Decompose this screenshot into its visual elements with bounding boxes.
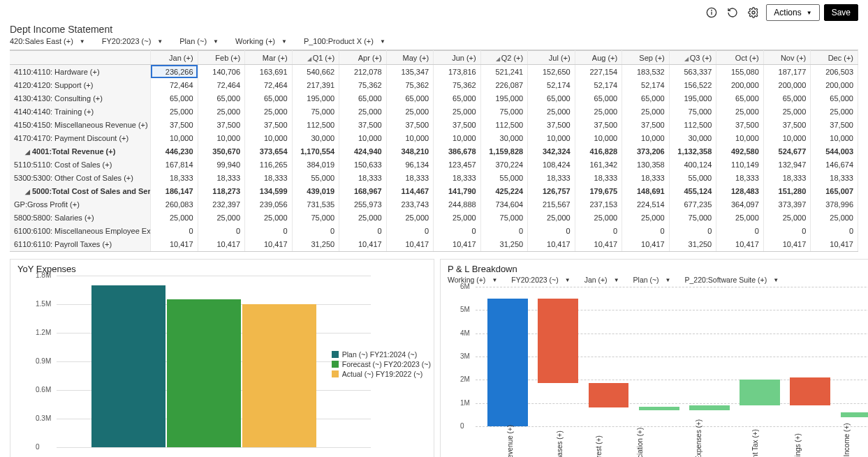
grid-cell[interactable]: 677,235: [669, 197, 716, 211]
grid-cell[interactable]: 425,224: [480, 184, 528, 197]
grid-cell[interactable]: 37,500: [386, 118, 434, 131]
grid-cell[interactable]: 7,500: [151, 250, 198, 252]
grid-cell[interactable]: 183,532: [622, 65, 670, 78]
grid-cell[interactable]: 132,947: [763, 158, 811, 171]
grid-cell[interactable]: 10,000: [245, 131, 293, 144]
grid-cell[interactable]: 25,000: [575, 105, 622, 118]
grid-cell[interactable]: 37,500: [434, 118, 481, 131]
grid-cell[interactable]: 0: [151, 224, 198, 237]
column-header[interactable]: Apr (+): [339, 51, 387, 65]
grid-cell[interactable]: 96,134: [386, 158, 434, 171]
grid-cell[interactable]: 7,500: [763, 250, 811, 252]
grid-cell[interactable]: 1,170,554: [292, 144, 339, 158]
waterfall-bar[interactable]: [538, 299, 578, 384]
grid-cell[interactable]: 0: [339, 224, 387, 237]
grid-cell[interactable]: 55,000: [480, 171, 528, 184]
grid-cell[interactable]: 455,124: [669, 184, 716, 197]
grid-cell[interactable]: 140,706: [198, 65, 245, 78]
grid-cell[interactable]: 65,000: [245, 91, 293, 105]
grid-cell[interactable]: 18,333: [811, 171, 858, 184]
grid-cell[interactable]: 18,333: [622, 171, 670, 184]
grid-cell[interactable]: 37,500: [151, 118, 198, 131]
grid-cell[interactable]: 37,500: [716, 118, 764, 131]
grid-cell[interactable]: 65,000: [434, 91, 481, 105]
grid-cell[interactable]: 112,500: [292, 118, 339, 131]
grid-cell[interactable]: 7,500: [575, 250, 622, 252]
info-icon[interactable]: [703, 4, 720, 21]
grid-cell[interactable]: 123,457: [434, 158, 481, 171]
grid-cell[interactable]: 25,000: [811, 211, 858, 224]
grid-cell[interactable]: 25,000: [528, 105, 575, 118]
grid-cell[interactable]: 215,567: [528, 197, 575, 211]
grid-cell[interactable]: 25,000: [622, 211, 670, 224]
grid-cell[interactable]: 52,174: [622, 78, 670, 91]
grid-cell[interactable]: 25,000: [386, 105, 434, 118]
grid-cell[interactable]: 112,500: [480, 118, 528, 131]
grid-cell[interactable]: 72,464: [245, 78, 293, 91]
grid-cell[interactable]: 25,000: [716, 105, 764, 118]
grid-cell[interactable]: 521,241: [480, 65, 528, 78]
grid-cell[interactable]: 37,500: [245, 118, 293, 131]
grid-cell[interactable]: 342,324: [528, 144, 575, 158]
row-header[interactable]: 6100:6100: Miscellaneous Employee Expens…: [10, 224, 151, 237]
grid-cell[interactable]: 7,500: [716, 250, 764, 252]
grid-cell[interactable]: 65,000: [151, 91, 198, 105]
grid-cell[interactable]: 65,000: [339, 91, 387, 105]
grid-cell[interactable]: 10,000: [763, 131, 811, 144]
bar[interactable]: [91, 285, 165, 447]
pov-scenario[interactable]: Plan (~): [179, 37, 219, 45]
grid-cell[interactable]: 55,000: [292, 171, 339, 184]
grid-cell[interactable]: 75,362: [339, 78, 387, 91]
grid-cell[interactable]: 25,000: [245, 105, 293, 118]
grid-cell[interactable]: 373,397: [763, 197, 811, 211]
grid-cell[interactable]: 128,483: [716, 184, 764, 197]
grid-cell[interactable]: 350,670: [198, 144, 245, 158]
grid-cell[interactable]: 130,358: [622, 158, 670, 171]
grid-cell[interactable]: 10,000: [386, 131, 434, 144]
grid-cell[interactable]: 168,967: [339, 184, 387, 197]
grid-cell[interactable]: 141,790: [434, 184, 481, 197]
grid-cell[interactable]: 200,000: [811, 78, 858, 91]
grid-cell[interactable]: 99,940: [198, 158, 245, 171]
grid-cell[interactable]: 227,154: [575, 65, 622, 78]
grid-cell[interactable]: 25,000: [198, 105, 245, 118]
column-header[interactable]: Jun (+): [434, 51, 481, 65]
pl-pov-period[interactable]: Jan (+): [584, 276, 619, 284]
grid-cell[interactable]: 25,000: [716, 211, 764, 224]
grid-cell[interactable]: 163,691: [245, 65, 293, 78]
grid-cell[interactable]: 55,000: [669, 171, 716, 184]
grid-cell[interactable]: 544,003: [811, 144, 858, 158]
grid-cell[interactable]: 25,000: [622, 105, 670, 118]
waterfall-bar[interactable]: [790, 377, 830, 405]
grid-cell[interactable]: 0: [622, 224, 670, 237]
grid-cell[interactable]: 206,503: [811, 65, 858, 78]
grid-cell[interactable]: 25,000: [339, 211, 387, 224]
grid-cell[interactable]: 110,149: [716, 158, 764, 171]
grid-cell[interactable]: 384,019: [292, 158, 339, 171]
grid-cell[interactable]: 25,000: [763, 211, 811, 224]
grid-cell[interactable]: 364,097: [716, 197, 764, 211]
grid-cell[interactable]: 10,417: [763, 237, 811, 250]
grid-cell[interactable]: 114,467: [386, 184, 434, 197]
grid-cell[interactable]: 25,000: [151, 105, 198, 118]
pov-year[interactable]: FY20:2023 (~): [102, 37, 163, 45]
grid-cell[interactable]: 52,174: [528, 78, 575, 91]
collapse-icon[interactable]: ◢: [24, 188, 31, 195]
column-header[interactable]: Sep (+): [622, 51, 670, 65]
column-header[interactable]: ◢Q2 (+): [480, 51, 528, 65]
grid-cell[interactable]: 179,675: [575, 184, 622, 197]
grid-cell[interactable]: 0: [386, 224, 434, 237]
bar[interactable]: [242, 304, 316, 447]
grid-cell[interactable]: 148,691: [622, 184, 670, 197]
grid-cell[interactable]: 1,132,358: [669, 144, 716, 158]
grid-cell[interactable]: 135,347: [386, 65, 434, 78]
grid-cell[interactable]: 10,417: [198, 237, 245, 250]
grid-cell[interactable]: 7,500: [198, 250, 245, 252]
row-header[interactable]: 6110:6110: Payroll Taxes (+): [10, 237, 151, 250]
pov-version[interactable]: Working (+): [235, 37, 287, 45]
grid-cell[interactable]: 233,743: [386, 197, 434, 211]
grid-cell[interactable]: 563,337: [669, 65, 716, 78]
grid-cell[interactable]: 1,159,828: [480, 144, 528, 158]
column-header[interactable]: Dec (+): [811, 51, 858, 65]
grid-cell[interactable]: 10,000: [339, 131, 387, 144]
